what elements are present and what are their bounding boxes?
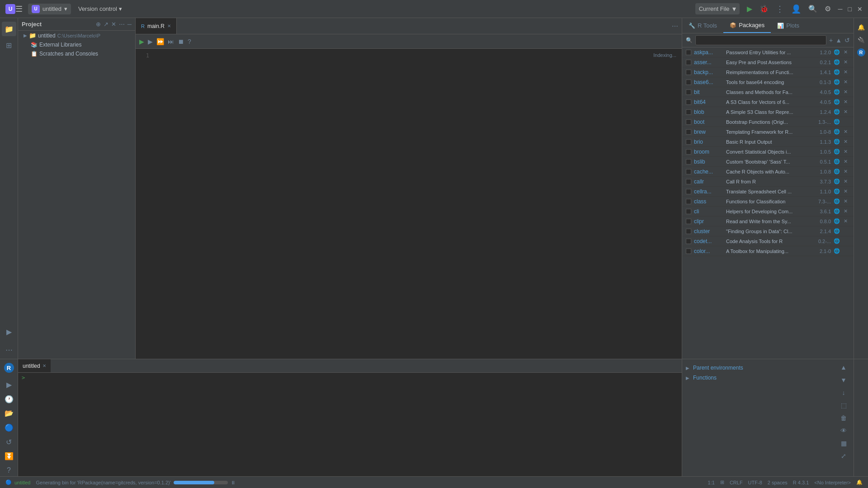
package-checkbox[interactable] xyxy=(686,139,691,145)
package-checkbox[interactable] xyxy=(686,169,691,174)
run-icon[interactable]: ▶ xyxy=(747,5,752,13)
current-file-dropdown[interactable]: Current File ▾ xyxy=(695,3,740,14)
package-list-item[interactable]: bit64A S3 Class for Vectors of 6...4.0.5… xyxy=(682,97,854,107)
package-globe-icon[interactable]: 🌐 xyxy=(834,149,841,155)
bottom-run-icon[interactable]: ▶ xyxy=(2,379,16,391)
env-down-icon[interactable]: ▼ xyxy=(839,375,848,385)
package-list-item[interactable]: callrCall R from R3.7.3🌐✕ xyxy=(682,177,854,187)
env-delete-icon[interactable]: 🗑 xyxy=(839,413,848,422)
statusbar-cursor-pos[interactable]: 1:1 xyxy=(708,480,715,485)
tab-close-icon[interactable]: ✕ xyxy=(167,23,171,28)
r-console-icon[interactable]: R xyxy=(4,363,14,373)
project-name-dropdown[interactable]: U untitled ▾ xyxy=(28,4,71,14)
env-expand-icon[interactable]: ⤢ xyxy=(839,451,848,460)
env-export-icon[interactable]: ↓ xyxy=(839,388,848,397)
sidebar-item-run[interactable]: ▶ xyxy=(2,324,16,339)
package-checkbox[interactable] xyxy=(686,50,691,55)
package-checkbox[interactable] xyxy=(686,80,691,85)
package-checkbox[interactable] xyxy=(686,60,691,65)
package-list-item[interactable]: askpa...Password Entry Utilities for ...… xyxy=(682,47,854,57)
package-delete-icon[interactable]: ✕ xyxy=(844,59,850,65)
editor-tabs-more-icon[interactable]: ⋯ xyxy=(668,23,682,30)
package-checkbox[interactable] xyxy=(686,189,691,194)
package-checkbox[interactable] xyxy=(686,249,691,254)
project-external-icon[interactable]: ↗ xyxy=(104,21,108,28)
env-item-parent-environments[interactable]: ▶ Parent environments xyxy=(686,363,834,373)
package-globe-icon[interactable]: 🌐 xyxy=(834,228,841,234)
run-current-button[interactable]: ▶ xyxy=(148,38,153,45)
package-globe-icon[interactable]: 🌐 xyxy=(834,129,841,135)
package-checkbox[interactable] xyxy=(686,179,691,184)
editor-content[interactable]: Indexing... 1 xyxy=(136,49,682,359)
statusbar-notifications-icon[interactable]: 🔔 xyxy=(856,479,863,485)
package-globe-icon[interactable]: 🌐 xyxy=(834,248,841,254)
minimize-button[interactable]: ─ xyxy=(838,5,843,13)
statusbar-interpreter[interactable]: <No Interpreter> xyxy=(814,480,851,485)
package-delete-icon[interactable]: ✕ xyxy=(844,79,850,85)
statusbar-project-name[interactable]: untitled xyxy=(14,480,30,485)
tree-item-external-libs[interactable]: 📚 External Libraries xyxy=(18,40,135,49)
package-list-item[interactable]: backp...Reimplementations of Functi...1.… xyxy=(682,67,854,77)
tab-r-tools[interactable]: 🔧 R Tools xyxy=(682,19,723,33)
package-globe-icon[interactable]: 🌐 xyxy=(834,49,841,55)
package-globe-icon[interactable]: 🌐 xyxy=(834,159,841,164)
bottom-source-icon[interactable]: 📂 xyxy=(2,408,16,419)
package-globe-icon[interactable]: 🌐 xyxy=(834,178,841,184)
package-checkbox[interactable] xyxy=(686,219,691,224)
close-button[interactable]: ✕ xyxy=(857,5,863,13)
package-list-item[interactable]: bslibCustom 'Bootstrap' 'Sass' T...0.5.1… xyxy=(682,157,854,167)
package-delete-icon[interactable]: ✕ xyxy=(844,69,850,75)
package-checkbox[interactable] xyxy=(686,109,691,115)
package-checkbox[interactable] xyxy=(686,239,691,244)
package-globe-icon[interactable]: 🌐 xyxy=(834,119,841,125)
profile-icon[interactable]: 👤 xyxy=(791,4,801,14)
package-delete-icon[interactable]: ✕ xyxy=(844,169,850,174)
r-runtime-icon[interactable]: R xyxy=(856,47,867,58)
statusbar-r-version[interactable]: R 4.3.1 xyxy=(793,480,809,485)
package-checkbox[interactable] xyxy=(686,199,691,204)
run-button[interactable]: ▶ xyxy=(139,38,144,45)
project-add-icon[interactable]: ⊕ xyxy=(96,21,101,28)
package-globe-icon[interactable]: 🌐 xyxy=(834,69,841,75)
project-more-icon[interactable]: ⋯ xyxy=(119,21,125,28)
project-minimize-icon[interactable]: ─ xyxy=(127,21,132,28)
package-globe-icon[interactable]: 🌐 xyxy=(834,109,841,115)
debug-stop-button[interactable]: ⏹ xyxy=(178,38,184,45)
statusbar-line-sep[interactable]: CRLF xyxy=(730,480,743,485)
more-options-icon[interactable]: ⋮ xyxy=(776,4,784,14)
package-globe-icon[interactable]: 🌐 xyxy=(834,99,841,105)
package-list-item[interactable]: cluster"Finding Groups in Data": Cl...2.… xyxy=(682,226,854,236)
package-checkbox[interactable] xyxy=(686,89,691,95)
bottom-scroll-icon[interactable]: ⏬ xyxy=(2,450,16,462)
package-list-item[interactable]: bootBootstrap Functions (Origi...1.3-...… xyxy=(682,117,854,127)
package-globe-icon[interactable]: 🌐 xyxy=(834,218,841,224)
env-item-functions[interactable]: ▶ Functions xyxy=(686,373,834,383)
progress-pause-icon[interactable]: ⏸ xyxy=(231,480,236,485)
editor-tab-main-r[interactable]: R main.R ✕ xyxy=(136,18,177,34)
bottom-history-icon[interactable]: 🕐 xyxy=(2,394,16,405)
version-control-menu[interactable]: Version control ▾ xyxy=(78,5,122,12)
notifications-icon[interactable]: 🔔 xyxy=(856,22,867,33)
env-table-icon[interactable]: ▦ xyxy=(839,439,848,448)
project-close-icon[interactable]: ✕ xyxy=(111,21,116,28)
plugin-icon[interactable]: 🔌 xyxy=(856,34,867,45)
package-globe-icon[interactable]: 🌐 xyxy=(834,89,841,95)
package-checkbox[interactable] xyxy=(686,99,691,105)
sidebar-item-find[interactable]: ⊞ xyxy=(2,38,16,52)
package-list-item[interactable]: cliprRead and Write from the Sy...0.8.0🌐… xyxy=(682,216,854,226)
run-all-button[interactable]: ⏩ xyxy=(156,38,164,45)
maximize-button[interactable]: □ xyxy=(848,5,852,13)
package-globe-icon[interactable]: 🌐 xyxy=(834,208,841,214)
package-checkbox[interactable] xyxy=(686,119,691,125)
package-list-item[interactable]: cache...Cache R Objects with Auto...1.0.… xyxy=(682,167,854,177)
package-list-item[interactable]: codet...Code Analysis Tools for R0.2-...… xyxy=(682,236,854,246)
env-up-icon[interactable]: ▲ xyxy=(839,363,848,372)
package-globe-icon[interactable]: 🌐 xyxy=(834,188,841,194)
debug-resume-button[interactable]: ⏭ xyxy=(168,38,174,45)
package-delete-icon[interactable]: ✕ xyxy=(844,159,850,164)
bottom-output-icon[interactable]: 🔵 xyxy=(2,422,16,434)
line-code-1[interactable] xyxy=(154,52,682,61)
packages-search-input[interactable] xyxy=(695,35,826,45)
package-checkbox[interactable] xyxy=(686,159,691,164)
tree-item-scratches[interactable]: 📋 Scratches and Consoles xyxy=(18,49,135,58)
